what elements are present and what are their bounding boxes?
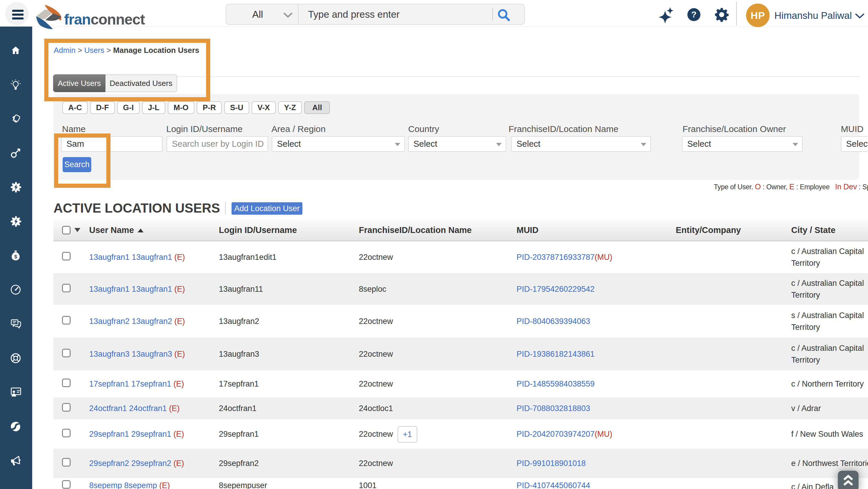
- svg-text:?: ?: [691, 9, 696, 19]
- svg-text:$: $: [14, 254, 17, 259]
